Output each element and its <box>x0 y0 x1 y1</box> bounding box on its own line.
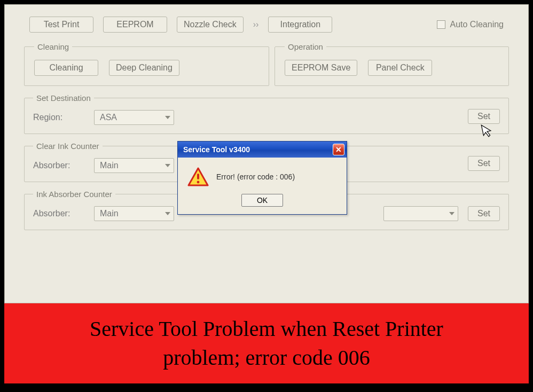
clear-ink-counter-legend: Clear Ink Counter <box>33 142 103 151</box>
eeprom-save-button[interactable]: EEPROM Save <box>285 60 357 76</box>
absorber-label-1: Absorber: <box>33 161 84 170</box>
counter-value-select[interactable] <box>383 206 458 221</box>
close-x-icon: ✕ <box>335 145 342 154</box>
svg-point-1 <box>197 181 200 184</box>
region-value: ASA <box>100 113 117 122</box>
deep-cleaning-button[interactable]: Deep Cleaning <box>109 60 179 76</box>
eeprom-button[interactable]: EEPROM <box>103 17 167 33</box>
dialog-message: Error! (error code : 006) <box>216 173 295 181</box>
set-destination-legend: Set Destination <box>33 93 94 103</box>
top-button-row: Test Print EEPROM Nozzle Check ›› Integr… <box>5 5 528 42</box>
ink-absorber-set-button[interactable]: Set <box>468 206 500 221</box>
operation-group: Operation EEPROM Save Panel Check <box>275 42 509 86</box>
chevron-down-icon <box>165 116 170 119</box>
counter-value <box>389 209 391 218</box>
annotation-banner: Service Tool Problem when Reset Printer … <box>4 303 529 383</box>
chevron-down-icon <box>165 164 170 167</box>
region-select[interactable]: ASA <box>94 110 174 125</box>
test-print-button[interactable]: Test Print <box>29 17 93 33</box>
dialog-close-button[interactable]: ✕ <box>333 144 344 155</box>
operation-legend: Operation <box>285 42 326 51</box>
more-indicator: ›› <box>253 20 259 29</box>
ink-absorber-counter-legend: Ink Absorber Counter <box>33 190 115 199</box>
region-label: Region: <box>33 113 84 122</box>
chevron-down-icon <box>449 212 454 215</box>
auto-cleaning-label: Auto Cleaning <box>450 20 504 29</box>
cleaning-button[interactable]: Cleaning <box>34 60 98 76</box>
absorber-label-2: Absorber: <box>33 209 84 218</box>
absorber-value-2: Main <box>100 209 119 218</box>
clear-ink-set-button[interactable]: Set <box>468 156 500 171</box>
annotation-text: Service Tool Problem when Reset Printer … <box>79 315 454 372</box>
cleaning-group: Cleaning Cleaning Deep Cleaning <box>24 42 269 86</box>
absorber-select-2[interactable]: Main <box>94 206 174 221</box>
checkbox-box-icon <box>437 20 445 29</box>
integration-button[interactable]: Integration <box>268 17 332 33</box>
cleaning-legend: Cleaning <box>34 42 72 51</box>
warning-icon <box>187 167 209 186</box>
dialog-ok-button[interactable]: OK <box>241 194 283 207</box>
dialog-titlebar[interactable]: Service Tool v3400 ✕ <box>178 142 347 158</box>
error-dialog: Service Tool v3400 ✕ Error! (error code … <box>177 141 347 215</box>
absorber-select-1[interactable]: Main <box>94 158 174 173</box>
set-destination-group: Set Destination Region: ASA Set <box>24 93 509 134</box>
nozzle-check-button[interactable]: Nozzle Check <box>177 17 244 33</box>
absorber-value-1: Main <box>100 161 119 170</box>
dialog-title: Service Tool v3400 <box>183 145 250 154</box>
svg-rect-0 <box>197 174 199 179</box>
set-destination-set-button[interactable]: Set <box>468 109 500 124</box>
chevron-down-icon <box>165 212 170 215</box>
auto-cleaning-checkbox[interactable]: Auto Cleaning <box>437 20 504 29</box>
panel-check-button[interactable]: Panel Check <box>368 60 432 76</box>
